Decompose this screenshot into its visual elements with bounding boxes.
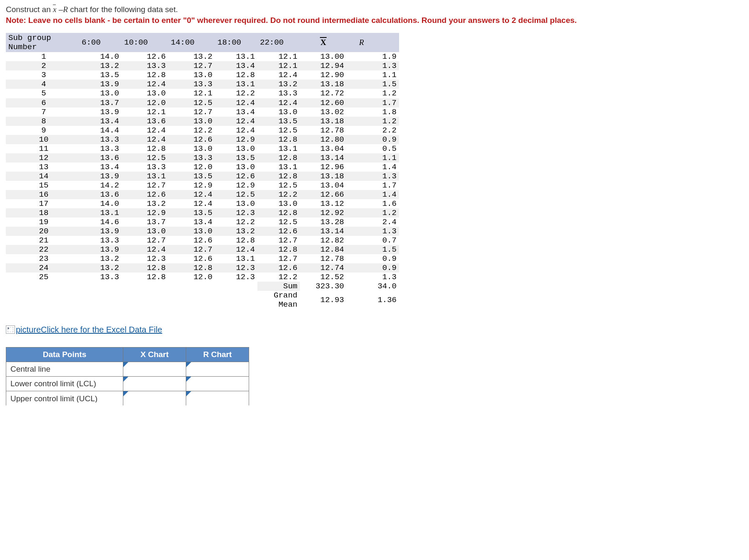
data-table-header-row: Sub group Number 6:00 10:00 14:00 18:00 … [6, 33, 399, 52]
excel-file-link-row: pictureClick here for the Excel Data Fil… [6, 325, 743, 335]
excel-file-link[interactable]: pictureClick here for the Excel Data Fil… [16, 325, 162, 334]
col-10: 10:00 [122, 33, 168, 52]
cell-marker-icon [123, 391, 128, 396]
data-table: Sub group Number 6:00 10:00 14:00 18:00 … [6, 33, 399, 309]
table-row: 914.412.412.212.412.512.782.2 [6, 126, 399, 135]
x-bar-symbol: x [53, 4, 56, 15]
input-lcl-r[interactable] [186, 377, 249, 391]
table-row: 1313.413.312.013.013.112.961.4 [6, 162, 399, 172]
table-row: 1813.112.913.512.312.812.921.2 [6, 208, 399, 218]
table-row: 2313.212.312.613.112.712.780.9 [6, 254, 399, 263]
input-central-r[interactable] [186, 362, 249, 377]
table-row: 2013.913.013.013.212.613.141.3 [6, 227, 399, 236]
grand-mean-row: Grand Mean 12.93 1.36 [6, 291, 399, 309]
table-row: 1413.913.113.512.612.813.181.3 [6, 172, 399, 181]
table-row: 2213.912.412.712.412.812.841.5 [6, 245, 399, 254]
table-row: 1213.612.513.313.512.813.141.1 [6, 153, 399, 162]
table-row: 2113.312.712.612.812.712.820.7 [6, 236, 399, 245]
answer-row-lcl: Lower control limit (LCL) [6, 377, 249, 391]
prompt-line-1: Construct an x –R chart for the followin… [6, 5, 178, 14]
sum-row: Sum 323.30 34.0 [6, 282, 399, 291]
table-row: 613.712.012.512.412.412.601.7 [6, 98, 399, 108]
col-22: 22:00 [257, 33, 300, 52]
cell-marker-icon [186, 362, 191, 367]
col-subgroup: Sub group Number [6, 33, 79, 52]
answer-col-rchart: R Chart [186, 348, 249, 362]
table-row: 713.912.112.713.413.013.021.8 [6, 108, 399, 117]
cell-marker-icon [123, 362, 128, 367]
broken-image-icon [6, 325, 15, 334]
table-row: 413.912.413.313.113.213.181.5 [6, 80, 399, 89]
table-row: 1914.613.713.412.212.513.282.4 [6, 218, 399, 227]
cell-marker-icon [123, 377, 128, 382]
table-row: 2513.312.812.012.312.212.521.3 [6, 272, 399, 282]
table-row: 1514.212.712.912.912.513.041.7 [6, 181, 399, 190]
answer-row-central: Central line [6, 362, 249, 377]
table-row: 2413.212.812.812.312.612.740.9 [6, 263, 399, 272]
col-18: 18:00 [215, 33, 257, 52]
col-14: 14:00 [168, 33, 215, 52]
answer-col-xchart: X Chart [123, 348, 186, 362]
table-row: 1013.312.412.612.912.812.800.9 [6, 135, 399, 144]
question-prompt: Construct an x –R chart for the followin… [6, 4, 743, 25]
table-row: 813.413.613.012.413.513.181.2 [6, 117, 399, 126]
table-row: 513.013.012.112.213.312.721.2 [6, 89, 399, 98]
col-R: R [347, 33, 399, 52]
table-row: 213.213.312.713.412.112.941.3 [6, 61, 399, 70]
input-central-x[interactable] [123, 362, 186, 377]
table-row: 1113.312.813.013.013.113.040.5 [6, 144, 399, 153]
input-lcl-x[interactable] [123, 377, 186, 391]
input-ucl-r[interactable] [186, 391, 249, 406]
cell-marker-icon [186, 391, 191, 396]
table-row: 1714.013.212.413.013.013.121.6 [6, 199, 399, 208]
col-6: 6:00 [79, 33, 122, 52]
answer-col-datapoints: Data Points [6, 348, 123, 362]
answer-row-ucl: Upper control limit (UCL) [6, 391, 249, 406]
col-xbar: X [300, 33, 347, 52]
table-row: 114.012.613.213.112.113.001.9 [6, 52, 399, 61]
table-row: 1613.612.612.412.512.212.661.4 [6, 190, 399, 199]
table-row: 313.512.813.012.812.412.901.1 [6, 70, 399, 80]
cell-marker-icon [186, 377, 191, 382]
prompt-note: Note: Leave no cells blank - be certain … [6, 16, 577, 25]
input-ucl-x[interactable] [123, 391, 186, 406]
answer-table: Data Points X Chart R Chart Central line… [6, 347, 249, 405]
